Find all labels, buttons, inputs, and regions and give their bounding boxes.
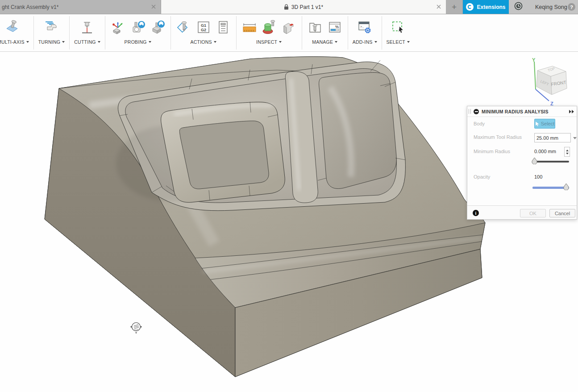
- machining-time-icon[interactable]: %: [326, 19, 343, 36]
- body-select-button[interactable]: Select: [534, 119, 555, 129]
- group-actions[interactable]: G1 G2 ACTIONS: [172, 14, 235, 51]
- close-tab-icon[interactable]: [151, 4, 156, 9]
- min-radius-label: Minimum Radius: [474, 149, 510, 154]
- orbit-cursor-icon: [129, 320, 144, 335]
- ok-button[interactable]: OK: [520, 209, 546, 217]
- group-probing[interactable]: PROBING: [106, 14, 170, 51]
- toolbar-separator: [105, 16, 105, 50]
- min-radius-slider-track[interactable]: [534, 161, 569, 163]
- dialog-footer: i OK Cancel: [467, 205, 577, 219]
- opacity-slider-handle[interactable]: [563, 183, 570, 190]
- document-tab-bar: ght Crank Assembly v1* 3D Part 1 v1* + E…: [0, 0, 578, 14]
- new-tab-button[interactable]: +: [446, 0, 463, 14]
- tab-title: 3D Part 1 v1*: [291, 4, 323, 10]
- actions-dropdown[interactable]: ACTIONS: [190, 39, 216, 45]
- job-status-clock-icon[interactable]: [514, 2, 523, 12]
- spinner-up-icon[interactable]: [566, 150, 569, 151]
- group-cutting[interactable]: CUTTING: [71, 14, 104, 51]
- info-icon[interactable]: i: [473, 210, 479, 216]
- chevron-down-icon: [335, 41, 337, 43]
- cursor-icon: [535, 121, 540, 126]
- group-multi-axis[interactable]: MULTI-AXIS: [0, 14, 33, 51]
- chevron-down-icon: [374, 41, 377, 43]
- measure-icon[interactable]: [241, 19, 258, 36]
- group-select[interactable]: SELECT: [383, 14, 413, 51]
- spinner-down-icon[interactable]: [566, 153, 569, 154]
- dialog-title: MINIMUM RADIUS ANALYSIS: [482, 109, 549, 114]
- select-dropdown[interactable]: SELECT: [387, 39, 410, 45]
- ribbon-toolbar: MULTI-AXIS TURNING: [0, 14, 578, 52]
- chevron-down-icon: [26, 41, 29, 43]
- turning-icon[interactable]: [43, 19, 60, 36]
- minimum-radius-analysis-dialog: MINIMUM RADIUS ANALYSIS Body Select Maxi…: [467, 106, 577, 220]
- setup-sheet-icon[interactable]: [215, 19, 232, 36]
- tab-crank-assembly[interactable]: ght Crank Assembly v1*: [0, 0, 161, 14]
- max-tool-radius-label: Maximum Tool Radius: [474, 134, 522, 140]
- model-body[interactable]: [0, 52, 578, 392]
- plus-icon: +: [452, 2, 457, 12]
- probe-geometry-icon[interactable]: [261, 19, 278, 36]
- min-radius-spinner[interactable]: [564, 147, 570, 157]
- tab-title: ght Crank Assembly v1*: [2, 4, 58, 10]
- inspect-dropdown[interactable]: INSPECT: [256, 39, 282, 45]
- max-tool-radius-input[interactable]: [534, 133, 571, 142]
- cancel-button[interactable]: Cancel: [549, 209, 575, 217]
- manage-dropdown[interactable]: MANAGE: [312, 39, 337, 45]
- chevron-down-icon: [149, 41, 151, 43]
- min-radius-value[interactable]: 0.000 mm: [534, 149, 556, 154]
- probing-dropdown[interactable]: PROBING: [125, 39, 151, 45]
- tab-3d-part[interactable]: 3D Part 1 v1*: [161, 0, 446, 14]
- lock-icon: [284, 4, 289, 10]
- chevron-down-icon: [214, 41, 216, 43]
- dialog-header[interactable]: MINIMUM RADIUS ANALYSIS: [467, 106, 577, 117]
- chevron-down-icon: [407, 41, 410, 43]
- viewcube[interactable]: Y Z TOP LEFT FRONT: [526, 57, 570, 106]
- post-process-icon[interactable]: [175, 19, 192, 36]
- cutting-dropdown[interactable]: CUTTING: [74, 39, 100, 45]
- close-tab-icon[interactable]: [436, 4, 441, 9]
- toolbar-separator: [382, 16, 382, 50]
- scripts-add-ins-icon[interactable]: >_: [356, 19, 373, 36]
- select-icon[interactable]: [390, 19, 407, 36]
- multi-axis-icon[interactable]: [4, 19, 21, 36]
- viewport[interactable]: Y Z TOP LEFT FRONT MINIMUM RADIUS ANALYS…: [0, 52, 578, 392]
- extensions-button[interactable]: Extensions: [463, 0, 509, 14]
- svg-text:%: %: [335, 25, 339, 29]
- group-turning[interactable]: TURNING: [35, 14, 69, 51]
- toolbar-separator: [170, 16, 171, 50]
- drag-grip-icon[interactable]: [469, 109, 471, 114]
- g1g2-editor-icon[interactable]: G1 G2: [195, 19, 212, 36]
- chevron-down-icon[interactable]: [573, 137, 577, 139]
- extensions-label: Extensions: [477, 4, 505, 10]
- group-manage[interactable]: % MANAGE: [303, 14, 347, 51]
- probe-tool-wrench-icon[interactable]: [129, 19, 146, 36]
- chevron-down-icon: [98, 41, 100, 43]
- opacity-label: Opacity: [474, 174, 490, 179]
- group-add-ins[interactable]: >_ ADD-INS: [349, 14, 381, 51]
- multi-axis-dropdown[interactable]: MULTI-AXIS: [0, 39, 29, 45]
- toolbar-separator: [236, 16, 237, 50]
- part-alignment-icon[interactable]: [280, 19, 297, 36]
- min-radius-slider-handle[interactable]: [531, 157, 538, 164]
- probe-surface-wrench-icon[interactable]: [149, 19, 166, 36]
- collapse-icon[interactable]: [474, 109, 479, 114]
- group-inspect[interactable]: INSPECT: [237, 14, 301, 51]
- expand-arrows-icon[interactable]: [569, 110, 574, 113]
- probe-wcs-icon[interactable]: [110, 19, 127, 36]
- add-ins-dropdown[interactable]: ADD-INS: [353, 39, 377, 45]
- body-label: Body: [474, 121, 485, 126]
- svg-text:G1: G1: [201, 23, 206, 28]
- help-icon[interactable]: ?: [568, 3, 575, 11]
- extensions-logo-icon: [466, 3, 474, 11]
- toolbar-separator: [302, 16, 302, 50]
- tool-library-icon[interactable]: [307, 19, 324, 36]
- toolbar-separator: [33, 16, 34, 50]
- opacity-value: 100: [534, 174, 542, 179]
- turning-dropdown[interactable]: TURNING: [38, 39, 65, 45]
- toolbar-separator: [69, 16, 70, 50]
- user-name[interactable]: Keqing Song: [535, 4, 567, 10]
- chevron-down-icon: [62, 41, 65, 43]
- cutting-icon[interactable]: [79, 19, 96, 36]
- svg-text:>_: >_: [360, 25, 364, 29]
- svg-text:G2: G2: [201, 28, 206, 32]
